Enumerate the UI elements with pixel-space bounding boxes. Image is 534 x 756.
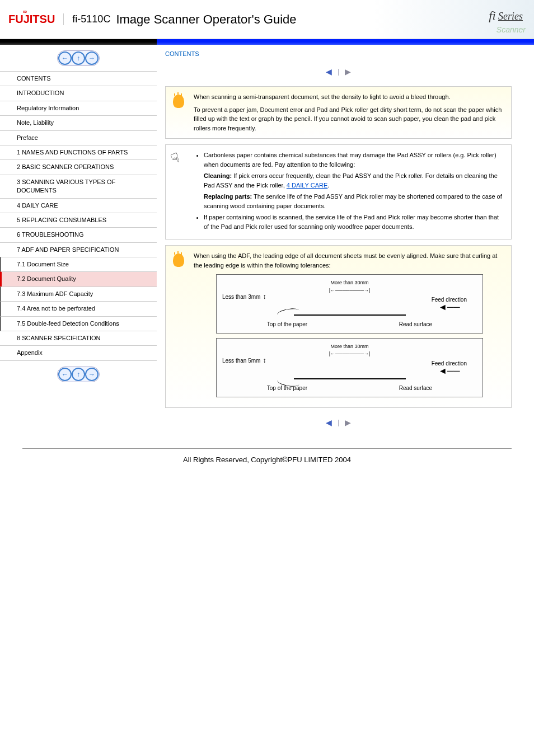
- nav-controls-bottom: ← ↑ →: [0, 361, 157, 388]
- toc-item[interactable]: Preface: [0, 130, 157, 145]
- toc-item[interactable]: Regulatory Information: [0, 101, 157, 116]
- paper-line: [294, 314, 406, 316]
- page-nav-separator: |: [338, 419, 339, 426]
- toc-item[interactable]: Note, Liability: [0, 115, 157, 130]
- toc-item[interactable]: 7.4 Area not to be perforated: [0, 301, 157, 316]
- sidebar-topbar: [0, 39, 157, 45]
- hint-box-1: When scanning a semi-transparent documen…: [165, 86, 512, 139]
- page-nav-bottom: ◀ | ▶: [165, 414, 512, 431]
- height-measure: Less than 3mm↕: [222, 292, 266, 302]
- footer-copyright: All Rights Reserved, Copyright©PFU LIMIT…: [22, 448, 512, 471]
- hint-box-2: When using the ADF, the leading edge of …: [165, 245, 512, 408]
- feed-direction-label: Feed direction ◄──: [432, 359, 467, 375]
- nav-back-button[interactable]: ←: [58, 51, 72, 65]
- daily-care-link[interactable]: 4 DAILY CARE: [287, 182, 328, 189]
- page-nav-separator: |: [338, 68, 339, 76]
- toc-item[interactable]: 5 REPLACING CONSUMABLES: [0, 213, 157, 228]
- series-logo: fi Series: [489, 8, 523, 23]
- toc-item[interactable]: 2 BASIC SCANNER OPERATIONS: [0, 159, 157, 175]
- nav-up-button[interactable]: ↑: [72, 368, 85, 381]
- width-measure: More than 30mm|←────────→|: [329, 279, 371, 294]
- breadcrumb[interactable]: CONTENTS: [165, 45, 512, 63]
- toc-item[interactable]: INTRODUCTION: [0, 86, 157, 101]
- toc-item-active[interactable]: 7.2 Document Quality: [0, 271, 157, 287]
- toc-item[interactable]: 1 NAMES AND FUNCTIONS OF PARTS: [0, 145, 157, 160]
- doc-title: Image Scanner Operator's Guide: [116, 12, 296, 27]
- toc-item[interactable]: 7.3 Maximum ADF Capacity: [0, 287, 157, 302]
- main-topbar: [157, 39, 534, 45]
- toc-item[interactable]: CONTENTS: [0, 71, 157, 86]
- toc-item[interactable]: 7.1 Document Size: [0, 257, 157, 272]
- next-page-button[interactable]: ▶: [345, 67, 351, 76]
- prev-page-button[interactable]: ◀: [326, 67, 332, 76]
- next-page-button[interactable]: ▶: [345, 418, 351, 427]
- toc-item[interactable]: Appendix: [0, 345, 157, 360]
- feed-direction-label: Feed direction ◄──: [432, 295, 467, 311]
- attention-cleaning: Cleaning: If pick errors occur frequentl…: [194, 171, 505, 190]
- attention-box: ☟ Carbonless paper contains chemical sub…: [165, 144, 512, 240]
- attention-item: Carbonless paper contains chemical subst…: [204, 151, 505, 169]
- hint-content: When using the ADF, the leading edge of …: [194, 251, 505, 402]
- read-surface-label: Read surface: [399, 320, 432, 328]
- hint-intro-text: When using the ADF, the leading edge of …: [194, 251, 505, 270]
- nav-controls-top: ← ↑ →: [0, 45, 157, 72]
- nav-forward-button[interactable]: →: [85, 368, 99, 381]
- attention-item: If paper containing wood is scanned, the…: [204, 213, 505, 231]
- toc-item[interactable]: 4 DAILY CARE: [0, 198, 157, 213]
- brand-logo: ∞ FUJITSU: [8, 13, 55, 26]
- lightbulb-icon: [171, 251, 188, 268]
- attention-hand-icon: ☟: [171, 151, 188, 167]
- lightbulb-icon: [171, 92, 188, 109]
- attention-replacing: Replacing parts: The service life of the…: [194, 192, 505, 210]
- attention-content: Carbonless paper contains chemical subst…: [194, 151, 505, 233]
- main-content: CONTENTS ◀ | ▶ When scanning a semi-tran…: [157, 39, 534, 437]
- prev-page-button[interactable]: ◀: [326, 418, 332, 427]
- model-number: fi-5110C: [63, 13, 110, 25]
- width-measure: More than 30mm|←────────→|: [329, 343, 371, 358]
- curl-diagram-2: More than 30mm|←────────→| Feed directio…: [216, 338, 483, 397]
- curl-diagram-1: More than 30mm|←────────→| Feed directio…: [216, 274, 483, 334]
- toc-item[interactable]: 6 TROUBLESHOOTING: [0, 227, 157, 242]
- nav-back-button[interactable]: ←: [58, 368, 72, 381]
- height-measure: Less than 5mm↕: [222, 355, 266, 365]
- sidebar: ← ↑ → CONTENTS INTRODUCTION Regulatory I…: [0, 39, 157, 437]
- page-header: ∞ FUJITSU fi-5110C Image Scanner Operato…: [0, 0, 534, 39]
- toc-item[interactable]: 8 SCANNER SPECIFICATION: [0, 331, 157, 346]
- toc-item[interactable]: 3 SCANNING VARIOUS TYPES OF DOCUMENTS: [0, 175, 157, 199]
- toc-item[interactable]: 7 ADF AND PAPER SPECIFICATION: [0, 242, 157, 257]
- read-surface-label: Read surface: [399, 384, 432, 392]
- scanner-watermark: Scanner: [496, 25, 526, 34]
- table-of-contents: CONTENTS INTRODUCTION Regulatory Informa…: [0, 71, 157, 361]
- nav-forward-button[interactable]: →: [85, 51, 99, 65]
- top-of-paper-label: Top of the paper: [267, 320, 307, 328]
- page-nav-top: ◀ | ▶: [165, 63, 512, 81]
- toc-item[interactable]: 7.5 Double-feed Detection Conditions: [0, 316, 157, 331]
- paper-line: [294, 378, 406, 379]
- hint-content: When scanning a semi-transparent documen…: [194, 92, 505, 133]
- nav-up-button[interactable]: ↑: [72, 51, 85, 65]
